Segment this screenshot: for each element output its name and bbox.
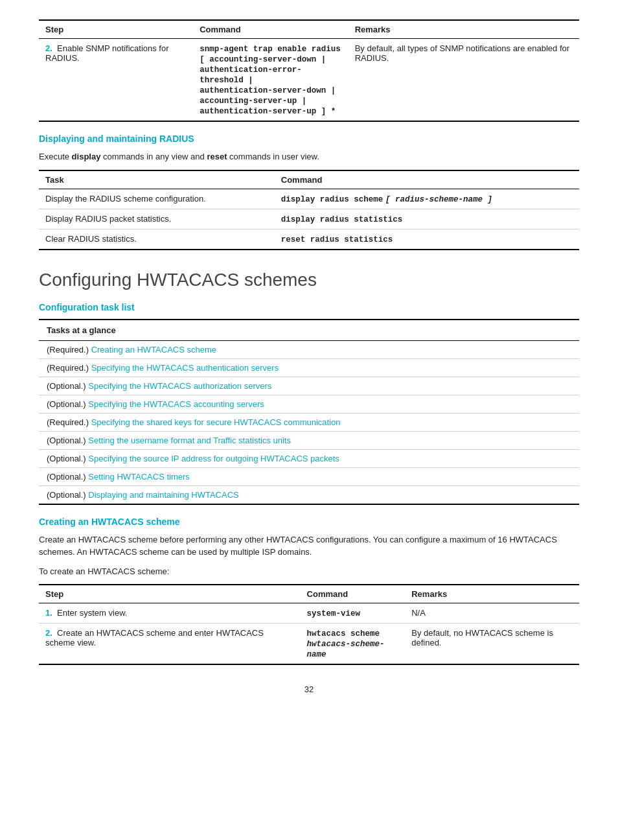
task-row: (Required.) Specifying the HWTACACS auth… bbox=[39, 358, 579, 377]
task-prefix: (Required.) bbox=[47, 417, 89, 427]
tasks-glance-header: Tasks at a glance bbox=[39, 320, 579, 341]
task-row: (Optional.) Setting the username format … bbox=[39, 431, 579, 449]
remarks-cell: By default, no HWTACACS scheme is define… bbox=[405, 624, 579, 665]
step-header-3: Step bbox=[39, 585, 301, 603]
task-link[interactable]: Setting HWTACACS timers bbox=[88, 472, 190, 482]
config-task-heading: Configuration task list bbox=[39, 302, 579, 312]
chapter-title: Configuring HWTACACS schemes bbox=[39, 270, 579, 290]
command-cell: hwtacacs scheme hwtacacs-scheme-name bbox=[301, 624, 406, 665]
remarks-cell: By default, all types of SNMP notificati… bbox=[349, 39, 579, 122]
displaying-intro: Execute display commands in any view and… bbox=[39, 150, 579, 163]
list-item: (Optional.) Specifying the HWTACACS acco… bbox=[39, 395, 579, 413]
command-text: snmp-agent trap enable radius [ accounti… bbox=[200, 45, 341, 116]
task-prefix: (Required.) bbox=[47, 345, 89, 355]
task-prefix: (Optional.) bbox=[47, 454, 86, 463]
snmp-table: Step Command Remarks 2. Enable SNMP noti… bbox=[39, 19, 579, 122]
creating-para2: To create an HWTACACS scheme: bbox=[39, 565, 579, 578]
task-row: (Required.) Specifying the shared keys f… bbox=[39, 413, 579, 431]
task-link[interactable]: Specifying the HWTACACS accounting serve… bbox=[88, 399, 264, 409]
creating-para1: Create an HWTACACS scheme before perform… bbox=[39, 533, 579, 559]
display-table: Task Command Display the RADIUS scheme c… bbox=[39, 170, 579, 250]
step-cell: 1. Enter system view. bbox=[39, 603, 301, 624]
display-bold: display bbox=[72, 152, 101, 161]
list-item: (Optional.) Specifying the source IP add… bbox=[39, 449, 579, 467]
task-prefix: (Required.) bbox=[47, 363, 89, 373]
step-cell: 2. Enable SNMP notifications for RADIUS. bbox=[39, 39, 193, 122]
task-row: (Required.) Creating an HWTACACS scheme bbox=[39, 340, 579, 358]
step-number-1: 1. bbox=[45, 608, 52, 618]
task-list-table: Tasks at a glance (Required.) Creating a… bbox=[39, 319, 579, 505]
command-cell: reset radius statistics bbox=[275, 229, 579, 250]
task-link[interactable]: Setting the username format and Traffic … bbox=[88, 436, 291, 445]
list-item: (Optional.) Displaying and maintaining H… bbox=[39, 485, 579, 504]
task-row: (Optional.) Specifying the HWTACACS auth… bbox=[39, 377, 579, 395]
list-item: (Required.) Specifying the shared keys f… bbox=[39, 413, 579, 431]
task-prefix: (Optional.) bbox=[47, 399, 86, 409]
creating-hwtacacs-heading: Creating an HWTACACS scheme bbox=[39, 517, 579, 527]
command-header-3: Command bbox=[301, 585, 406, 603]
remarks-header-3: Remarks bbox=[405, 585, 579, 603]
command-cell: snmp-agent trap enable radius [ accounti… bbox=[193, 39, 349, 122]
task-prefix: (Optional.) bbox=[47, 490, 86, 500]
task-cell: Display the RADIUS scheme configuration. bbox=[39, 189, 275, 209]
create-hwtacacs-table: Step Command Remarks 1. Enter system vie… bbox=[39, 584, 579, 665]
displaying-radius-heading: Displaying and maintaining RADIUS bbox=[39, 134, 579, 144]
task-link[interactable]: Creating an HWTACACS scheme bbox=[91, 345, 216, 355]
task-link[interactable]: Specifying the HWTACACS authorization se… bbox=[88, 381, 271, 391]
table-row: Clear RADIUS statistics. reset radius st… bbox=[39, 229, 579, 250]
remarks-cell: N/A bbox=[405, 603, 579, 624]
task-prefix: (Optional.) bbox=[47, 472, 86, 482]
page-number: 32 bbox=[39, 684, 579, 694]
step-header: Step bbox=[39, 20, 193, 39]
step-number: 2. bbox=[45, 43, 52, 53]
command-header-2: Command bbox=[275, 170, 579, 189]
command-cell: display radius statistics bbox=[275, 209, 579, 229]
remarks-header: Remarks bbox=[349, 20, 579, 39]
task-row: (Optional.) Setting HWTACACS timers bbox=[39, 467, 579, 485]
table-row: 2. Create an HWTACACS scheme and enter H… bbox=[39, 624, 579, 665]
cmd-hwtacacs-scheme: hwtacacs scheme bbox=[307, 629, 380, 638]
task-prefix: (Optional.) bbox=[47, 436, 86, 445]
table-row: Display RADIUS packet statistics. displa… bbox=[39, 209, 579, 229]
cmd-hwtacacs-name: hwtacacs-scheme-name bbox=[307, 640, 385, 659]
list-item: (Required.) Creating an HWTACACS scheme bbox=[39, 340, 579, 358]
table-row: 1. Enter system view. system-view N/A bbox=[39, 603, 579, 624]
command-header: Command bbox=[193, 20, 349, 39]
step-number-2: 2. bbox=[45, 628, 52, 638]
task-header: Task bbox=[39, 170, 275, 189]
command-cell: display radius scheme [ radius-scheme-na… bbox=[275, 189, 579, 209]
task-prefix: (Optional.) bbox=[47, 381, 86, 391]
task-row: (Optional.) Specifying the HWTACACS acco… bbox=[39, 395, 579, 413]
cmd-system-view: system-view bbox=[307, 609, 361, 618]
list-item: (Optional.) Specifying the HWTACACS auth… bbox=[39, 377, 579, 395]
task-link[interactable]: Specifying the source IP address for out… bbox=[88, 454, 339, 463]
cmd-display-stats: display radius statistics bbox=[281, 215, 403, 224]
step-desc: Enable SNMP notifications for RADIUS. bbox=[45, 43, 169, 63]
task-link[interactable]: Displaying and maintaining HWTACACS bbox=[88, 490, 238, 500]
task-cell: Display RADIUS packet statistics. bbox=[39, 209, 275, 229]
task-row: (Optional.) Specifying the source IP add… bbox=[39, 449, 579, 467]
task-link[interactable]: Specifying the shared keys for secure HW… bbox=[91, 417, 341, 427]
cmd-display-scheme-param: [ radius-scheme-name ] bbox=[385, 195, 492, 204]
task-cell: Clear RADIUS statistics. bbox=[39, 229, 275, 250]
cmd-display-scheme: display radius scheme bbox=[281, 195, 383, 204]
list-item: (Optional.) Setting the username format … bbox=[39, 431, 579, 449]
task-link[interactable]: Specifying the HWTACACS authentication s… bbox=[91, 363, 279, 373]
step-desc-1: Enter system view. bbox=[57, 608, 127, 618]
table-row: Display the RADIUS scheme configuration.… bbox=[39, 189, 579, 209]
step-desc-2: Create an HWTACACS scheme and enter HWTA… bbox=[45, 628, 264, 648]
cmd-reset-stats: reset radius statistics bbox=[281, 235, 393, 244]
task-row: (Optional.) Displaying and maintaining H… bbox=[39, 485, 579, 504]
reset-bold: reset bbox=[207, 152, 227, 161]
list-item: (Required.) Specifying the HWTACACS auth… bbox=[39, 358, 579, 377]
table-row: 2. Enable SNMP notifications for RADIUS.… bbox=[39, 39, 579, 122]
command-cell: system-view bbox=[301, 603, 406, 624]
list-item: (Optional.) Setting HWTACACS timers bbox=[39, 467, 579, 485]
step-cell: 2. Create an HWTACACS scheme and enter H… bbox=[39, 624, 301, 665]
